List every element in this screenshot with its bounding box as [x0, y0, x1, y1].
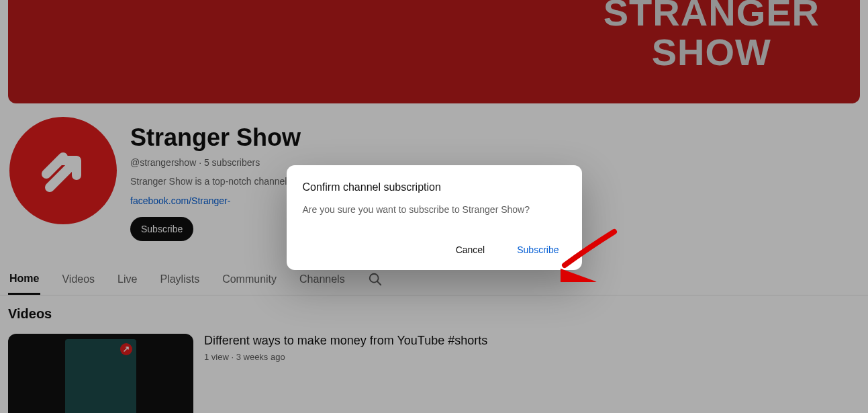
confirm-subscribe-button[interactable]: Subscribe	[514, 239, 561, 261]
dialog-title: Confirm channel subscription	[303, 181, 566, 193]
dialog-actions: Cancel Subscribe	[303, 239, 566, 261]
modal-overlay: Confirm channel subscription Are you sur…	[0, 0, 868, 413]
cancel-button[interactable]: Cancel	[453, 239, 488, 261]
dialog-body: Are you sure you want to subscribe to St…	[303, 204, 566, 215]
subscribe-confirm-dialog: Confirm channel subscription Are you sur…	[287, 165, 582, 270]
